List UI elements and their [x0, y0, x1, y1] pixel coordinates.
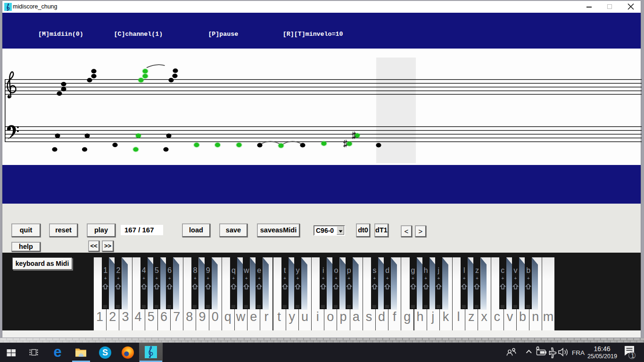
- svg-text:FRA: FRA: [572, 349, 585, 356]
- svg-text:1: 1: [631, 353, 634, 359]
